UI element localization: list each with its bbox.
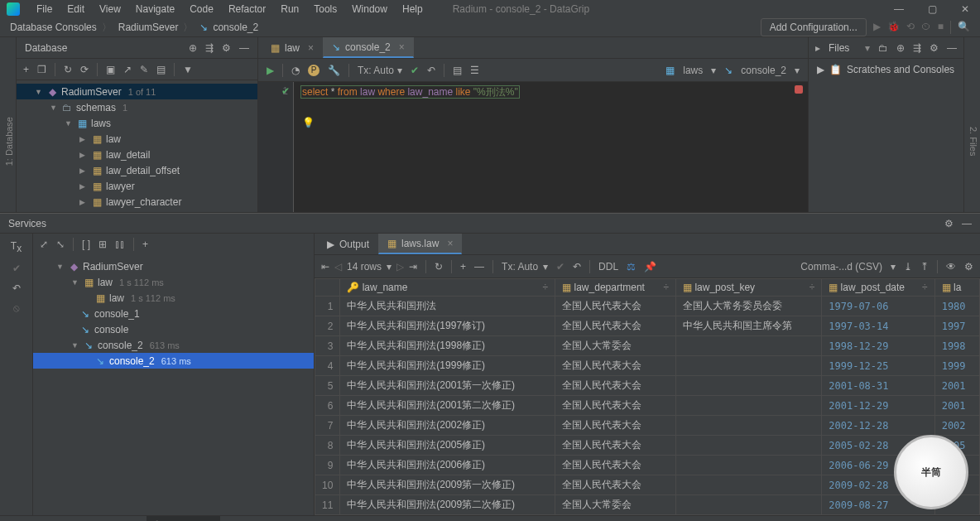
search-icon[interactable]: 🔍: [958, 21, 970, 34]
minimize-icon[interactable]: —: [891, 3, 907, 15]
menu-edit[interactable]: Edit: [60, 0, 91, 18]
target2-icon[interactable]: ⊕: [896, 42, 905, 54]
crumb-2[interactable]: console_2: [213, 22, 258, 33]
tree-table[interactable]: lawyer: [106, 181, 135, 192]
tree-schema-laws[interactable]: laws: [91, 118, 111, 129]
sync-icon[interactable]: ⟳: [80, 64, 89, 75]
add-icon[interactable]: +: [142, 239, 148, 250]
stop-icon[interactable]: ▣: [106, 64, 115, 75]
svc-tree-console[interactable]: console: [94, 324, 128, 335]
layout-icon[interactable]: ⊞: [98, 239, 107, 250]
gear-icon[interactable]: ⚙: [944, 218, 954, 229]
menu-view[interactable]: View: [93, 0, 127, 18]
expand-icon[interactable]: ⤢: [40, 239, 48, 250]
duplicate-icon[interactable]: ❐: [37, 64, 46, 75]
close-tab-icon[interactable]: ×: [308, 42, 314, 54]
run-tool[interactable]: ▶4: Run: [83, 516, 133, 521]
explain-plan-icon[interactable]: P: [308, 65, 319, 76]
table-row[interactable]: 8中华人民共和国刑法(2005修正)全国人民代表大会2005-02-282005: [315, 436, 980, 456]
first-page-icon[interactable]: ⇤: [321, 261, 329, 273]
svc-tree-datasource[interactable]: RadiumSever: [83, 261, 143, 273]
gear2-icon[interactable]: ⚙: [964, 261, 973, 273]
execute-icon[interactable]: ▶: [267, 65, 274, 76]
menu-help[interactable]: Help: [396, 0, 430, 18]
jump-icon[interactable]: ↗: [123, 64, 132, 75]
run-icon[interactable]: ▶: [873, 21, 881, 34]
database-tool-tab[interactable]: 1: Database: [2, 112, 16, 171]
session-selector[interactable]: console_2: [741, 65, 786, 76]
remove-row-icon[interactable]: —: [474, 261, 484, 273]
menu-run[interactable]: Run: [274, 0, 305, 18]
svc-tree-console2-child[interactable]: console_2: [109, 355, 155, 367]
reload-icon[interactable]: ↻: [435, 261, 443, 273]
table-row[interactable]: 6中华人民共和国刑法(2001第二次修正)全国人民代表大会2001-12-292…: [315, 396, 980, 416]
settings-icon[interactable]: ⚙: [222, 42, 231, 54]
files-tool-tab[interactable]: 2. Files: [967, 122, 980, 161]
output-tab[interactable]: ▶Output: [318, 234, 378, 254]
filter-icon[interactable]: ▼: [183, 64, 193, 75]
filter2-icon[interactable]: ⫿⫿: [115, 239, 125, 250]
result-tab[interactable]: ▦laws.law×: [378, 234, 462, 254]
gear-icon[interactable]: ⚙: [930, 42, 939, 54]
close-tab-icon[interactable]: ×: [399, 41, 405, 53]
commit2-icon[interactable]: ✔: [556, 261, 564, 273]
rollback-icon[interactable]: ↶: [12, 282, 21, 294]
code-editor[interactable]: 1✔ select * from law where law_name like…: [258, 82, 808, 212]
rollback2-icon[interactable]: ↶: [573, 261, 581, 273]
next-page-icon[interactable]: ▷: [396, 261, 404, 273]
edit-icon[interactable]: ✎: [140, 64, 148, 75]
table-row[interactable]: 5中华人民共和国刑法(2001第一次修正)全国人民代表大会2001-08-312…: [315, 376, 980, 396]
table-row[interactable]: 4中华人民共和国刑法(1999修正)全国人民代表大会1999-12-251999: [315, 356, 980, 376]
tree-table[interactable]: lawyer_character: [106, 196, 181, 208]
svc-tree-law[interactable]: law: [98, 277, 113, 288]
open-icon[interactable]: 🗀: [878, 42, 888, 54]
compare-icon[interactable]: ⚖: [627, 261, 636, 273]
tree-datasource[interactable]: RadiumSever: [61, 86, 122, 98]
editor-tab-law[interactable]: ▦law×: [262, 37, 323, 58]
crumb-1[interactable]: RadiumSever: [118, 22, 179, 33]
refresh-icon[interactable]: ↻: [64, 64, 72, 75]
svc-tree-law-child[interactable]: law: [109, 292, 124, 304]
collapse-icon[interactable]: ⇶: [913, 42, 921, 54]
debug-icon[interactable]: 🐞: [887, 21, 900, 34]
maximize-icon[interactable]: ▢: [924, 3, 940, 15]
table-row[interactable]: 3中华人民共和国刑法(1998修正)全国人大常委会1998-12-291998: [315, 336, 980, 356]
ddl-button[interactable]: DDL: [598, 261, 618, 273]
scratches-node[interactable]: ▶📋Scratches and Consoles: [817, 64, 955, 75]
schema-selector[interactable]: laws: [683, 65, 703, 76]
tx-mode-selector[interactable]: Tx: Auto▾: [502, 261, 548, 273]
coverage-icon[interactable]: ⟲: [906, 21, 915, 34]
tree-table[interactable]: law: [106, 133, 121, 145]
run-config-selector[interactable]: Add Configuration...: [761, 18, 867, 36]
console-icon[interactable]: ▤: [156, 64, 166, 75]
svc-tree-console1[interactable]: console_1: [94, 308, 140, 320]
hide-icon[interactable]: —: [962, 218, 972, 229]
target-icon[interactable]: ⊕: [189, 42, 197, 54]
clock-icon[interactable]: ◔: [291, 65, 300, 76]
download-icon[interactable]: ⤓: [904, 261, 912, 273]
tx-mode-selector[interactable]: Tx: Auto▾: [358, 65, 402, 76]
todo-tool[interactable]: ≡6: TODO: [10, 516, 70, 521]
hide-icon[interactable]: —: [239, 42, 249, 54]
filter-icon[interactable]: ⇶: [205, 42, 214, 54]
menu-tools[interactable]: Tools: [307, 0, 343, 18]
database-tree[interactable]: ▼◆RadiumSever1 of 11 ▼🗀schemas1 ▼▦laws ▶…: [17, 80, 257, 212]
tree-table[interactable]: law_detail_offset: [106, 165, 180, 176]
output-icon[interactable]: ▤: [453, 65, 462, 76]
export-format-selector[interactable]: Comma-...d (CSV): [800, 261, 882, 273]
add-row-icon[interactable]: +: [460, 261, 466, 273]
close-icon[interactable]: ✕: [957, 3, 973, 15]
rollback-icon[interactable]: ↶: [427, 65, 435, 76]
tree-table[interactable]: lawyer_court: [106, 212, 162, 213]
menu-navigate[interactable]: Navigate: [129, 0, 181, 18]
error-stripe-icon[interactable]: [795, 85, 803, 94]
cancel-icon[interactable]: ⦸: [13, 302, 20, 314]
view-icon[interactable]: 👁: [946, 261, 956, 273]
commit-icon[interactable]: ✔: [411, 65, 419, 76]
collapse-icon[interactable]: ⤡: [56, 239, 65, 250]
svc-tree-console2[interactable]: console_2: [98, 340, 143, 351]
table-row[interactable]: 2中华人民共和国刑法(1997修订)全国人民代表大会中华人民共和国主席令第199…: [315, 316, 980, 336]
table-row[interactable]: 10中华人民共和国刑法(2009第一次修正)全国人民代表大会2009-02-28: [315, 475, 980, 495]
table-row[interactable]: 1中华人民共和国刑法全国人民代表大会全国人大常务委员会委1979-07-0619…: [315, 297, 980, 316]
tree-schemas[interactable]: schemas: [76, 102, 116, 113]
